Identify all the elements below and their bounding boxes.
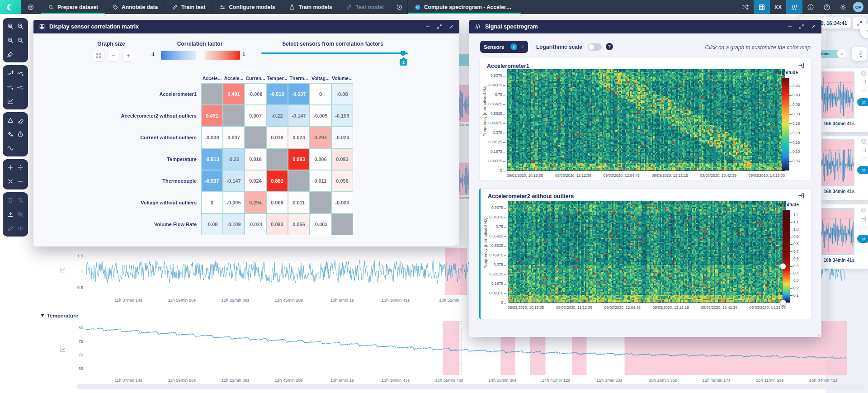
triangle-icon[interactable] [7,117,14,124]
matrix-cell[interactable]: -0.003 [310,213,331,235]
maximize-icon[interactable] [437,24,442,29]
matrix-cell[interactable]: -0.08 [331,83,353,105]
compare-button[interactable] [737,0,754,14]
matrix-cell[interactable]: 0.883 [266,170,288,192]
close-circle-icon[interactable] [861,71,867,76]
swap-button[interactable] [857,235,868,243]
export-button[interactable] [852,47,867,61]
zoom-chart-out-icon[interactable] [17,23,24,30]
matrix-cell[interactable]: -0.005 [223,192,245,213]
matrix-cell[interactable]: 0.007 [245,105,266,127]
matrix-cell[interactable]: 0.024 [288,127,310,148]
multiply-icon[interactable] [7,178,14,185]
app-menu-button[interactable] [21,0,41,14]
spectrogram-card-accelerometer2[interactable]: Accelerometer2 without outliers Frequenc… [479,188,811,319]
export-plot-button[interactable] [798,62,805,71]
matrix-cell[interactable] [288,170,310,192]
sparkles-icon[interactable] [7,131,14,138]
matrix-cell[interactable]: -0.109 [331,105,353,127]
xx-view-button[interactable]: XX [770,0,786,14]
horizontal-scrollbar[interactable] [77,384,863,389]
export-icon[interactable] [861,147,867,153]
minimize-icon[interactable] [787,24,793,29]
tab-configure-models[interactable]: Configure models [212,0,282,14]
export-icon[interactable] [861,216,867,222]
wave-merge-icon[interactable] [17,84,24,91]
matrix-cell[interactable]: 0.007 [223,127,245,148]
matrix-cell[interactable]: 0 [201,192,223,213]
wave-offset-icon[interactable] [7,84,14,91]
tab-train-models[interactable]: Train models [282,0,339,14]
matrix-cell[interactable]: 0.056 [288,213,310,235]
matrix-cell[interactable]: 0.294 [310,127,331,148]
colorbar-min-handle[interactable] [780,299,786,306]
sensor-select-slider[interactable] [261,52,408,54]
matrix-cell[interactable] [245,127,266,148]
matrix-cell[interactable]: -0.008 [201,127,223,148]
matrix-cell[interactable]: -0.147 [288,105,310,127]
maximize-icon[interactable] [799,24,804,29]
matrix-cell[interactable]: -0.537 [201,170,223,192]
chevron-down-icon[interactable] [861,156,867,161]
matrix-cell[interactable]: -0.005 [310,105,331,127]
matrix-cell[interactable] [201,83,223,105]
add-icon[interactable] [7,164,14,171]
spectrogram-plot[interactable] [507,69,785,170]
help-button[interactable] [819,0,835,14]
zoom-chart-in-icon[interactable] [7,23,14,30]
resize-handle[interactable] [453,240,458,245]
wave-smooth-icon[interactable] [17,70,24,77]
matrix-cell[interactable]: 0.093 [266,213,288,235]
minimize-icon[interactable] [425,24,430,29]
user-avatar[interactable]: OP [853,2,863,12]
divide-icon[interactable] [17,164,24,171]
close-icon[interactable] [811,24,816,29]
app-logo[interactable] [0,0,21,14]
temperature-series-header[interactable]: Temperature [41,313,78,318]
matrix-cell[interactable]: -0.024 [245,213,266,235]
matrix-cell[interactable]: -0.147 [223,170,245,192]
matrix-cell[interactable]: 0.491 [223,83,245,105]
modal-header[interactable]: Signal spectrogram [469,20,821,33]
zoom-out-icon[interactable] [17,37,24,44]
grid-view-button[interactable] [754,0,770,14]
matrix-cell[interactable]: 0.011 [288,192,310,213]
resize-handle[interactable] [815,331,820,336]
matrix-cell[interactable]: -0.008 [245,83,266,105]
history-button[interactable] [391,0,407,14]
matrix-cell[interactable]: 0.294 [245,192,266,213]
matrix-cell[interactable]: 0.491 [201,105,223,127]
tab-compute-spectrogram[interactable]: Compute spectrogram - Accelerometer2 ... [408,0,521,14]
matrix-cell[interactable]: 0.006 [266,192,288,213]
sine-icon[interactable] [7,145,14,152]
chevron-down-icon[interactable] [861,224,867,230]
axis-settings-icon[interactable] [60,346,66,355]
slider-handle[interactable] [401,51,406,56]
matrix-cell[interactable]: 0 [310,83,331,105]
close-circle-icon[interactable] [861,207,867,213]
tab-annotate-data[interactable]: Annotate data [105,0,165,14]
matrix-cell[interactable] [223,105,245,127]
matrix-cell[interactable]: 0.056 [331,170,353,192]
matrix-cell[interactable]: -0.513 [201,148,223,170]
subtract-icon[interactable] [17,178,24,185]
matrix-cell[interactable]: -0.109 [223,213,245,235]
zoom-in-icon[interactable] [7,37,14,44]
eraser-icon[interactable] [17,117,24,124]
shrink-button[interactable] [108,50,119,62]
matrix-cell[interactable]: 0.093 [331,148,353,170]
download-icon[interactable] [7,211,14,218]
chart-line-icon[interactable] [7,98,14,105]
matrix-cell[interactable]: -0.537 [288,83,310,105]
matrix-cell[interactable]: 0.883 [288,148,310,170]
fit-size-button[interactable] [93,50,104,62]
matrix-cell[interactable] [310,192,331,213]
modal-header[interactable]: Display sensor correlation matrix [33,20,459,33]
matrix-cell[interactable]: 0.011 [310,170,331,192]
log-scale-toggle[interactable] [588,43,602,51]
axis-settings-icon[interactable] [60,267,66,275]
tab-prepare-dataset[interactable]: Prepare dataset [41,0,105,14]
colorbar-max-handle[interactable] [780,263,786,270]
chevron-down-icon[interactable] [861,88,867,94]
grow-button[interactable] [123,50,134,62]
